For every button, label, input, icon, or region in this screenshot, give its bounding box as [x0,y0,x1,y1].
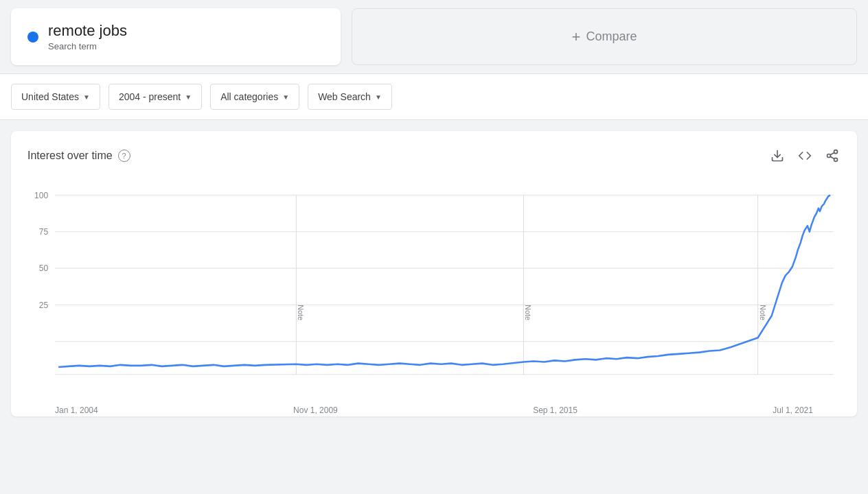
main-content: Interest over time ? [11,131,857,416]
svg-text:Note: Note [297,305,304,321]
search-term-info: remote jobs Search term [48,22,127,51]
svg-text:Note: Note [759,305,766,321]
x-label-2021: Jul 1, 2021 [773,405,813,415]
chart-title-row: Interest over time ? [27,150,130,162]
search-term-dot [27,32,38,43]
compare-inner: + Compare [572,28,637,46]
chart-header: Interest over time ? [27,148,841,164]
svg-text:Note: Note [525,305,532,321]
svg-line-4 [830,157,834,159]
time-range-chevron: ▼ [185,93,192,101]
chart-area: 100 75 50 25 Note Note Note Jan 1, 2004 … [27,180,841,400]
svg-line-5 [830,153,834,155]
x-axis: Jan 1, 2004 Nov 1, 2009 Sep 1, 2015 Jul … [27,403,841,415]
time-range-label: 2004 - present [119,91,181,102]
compare-plus-icon: + [572,28,581,46]
search-type-chevron: ▼ [375,93,382,101]
svg-text:50: 50 [39,263,48,273]
search-type-filter[interactable]: Web Search ▼ [308,84,392,110]
categories-label: All categories [220,91,278,102]
search-term-label: Search term [48,41,127,51]
time-range-filter[interactable]: 2004 - present ▼ [108,84,202,110]
svg-text:100: 100 [34,191,48,200]
search-term-card: remote jobs Search term [11,8,341,65]
embed-icon[interactable] [797,148,813,164]
filters-bar: United States ▼ 2004 - present ▼ All cat… [0,73,868,120]
compare-label: Compare [586,30,637,44]
categories-chevron: ▼ [282,93,289,101]
download-icon[interactable] [769,148,786,164]
region-label: United States [21,91,79,102]
x-label-2004: Jan 1, 2004 [55,405,98,415]
svg-text:25: 25 [39,301,48,310]
x-label-2015: Sep 1, 2015 [533,405,578,415]
chart-actions [769,148,841,164]
search-type-label: Web Search [318,91,371,102]
compare-card[interactable]: + Compare [352,8,857,65]
categories-filter[interactable]: All categories ▼ [210,84,299,110]
svg-text:75: 75 [39,227,48,237]
share-icon[interactable] [824,148,841,164]
help-icon[interactable]: ? [118,150,130,162]
region-filter[interactable]: United States ▼ [11,84,100,110]
chart-svg: 100 75 50 25 Note Note Note [27,180,841,400]
x-label-2009: Nov 1, 2009 [293,405,338,415]
chart-title: Interest over time [27,150,113,162]
search-term-value: remote jobs [48,22,127,40]
top-section: remote jobs Search term + Compare [0,0,868,73]
region-chevron: ▼ [83,93,90,101]
